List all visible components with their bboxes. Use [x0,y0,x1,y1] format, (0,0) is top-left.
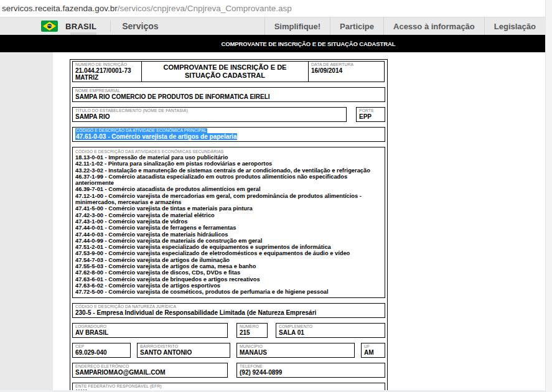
field-value: 230-5 - Empresa Individual de Responsabi… [75,309,382,316]
field-value: SALA 01 [279,329,382,336]
field-label: MUNICÍPIO [240,344,352,349]
field-value: 21.044.217/0001-73 [75,67,139,74]
field-label: ENDEREÇO ELETRÔNICO [75,364,225,369]
gov-links: Simplifique! Participe Acesso à informaç… [264,17,545,35]
banner-title: COMPROVANTE DE INSCRIÇÃO E DE SITUAÇÃO C… [0,40,545,47]
field-label: NÚMERO DE INSCRIÇÃO [75,62,139,67]
activity-line: 47.51-2-01 - Comércio varejista especial… [75,244,382,250]
field-atividades-secundarias: CÓDIGO E DESCRIÇÃO DAS ATIVIDADES ECONÔM… [72,147,385,298]
field-cep: CEP 69.029-040 [72,343,131,358]
page-banner: COMPROVANTE DE INSCRIÇÃO E DE SITUAÇÃO C… [0,35,545,52]
left-gray-margin [0,52,53,392]
field-value: (92) 9244-0899 [240,369,382,376]
activity-line: 43.22-3-02 - Instalação e manutenção de … [75,167,382,174]
activity-line: 47.42-3-00 - Comércio varejista de mater… [75,212,382,218]
field-nome-empresarial: NOME EMPRESARIAL SAMPA RIO COMERCIO DE P… [72,87,385,102]
field-value: SAMPA RIO COMERCIO DE PRODUTOS DE INFORM… [75,93,382,100]
field-value: 16/09/2014 [311,67,381,74]
endereco-row: LOGRADOURO AV BRASIL NÚMERO 215 COMPLEME… [72,323,385,338]
activity-line: 47.63-6-01 - Comércio varejista de brinq… [75,276,382,282]
gov-divider [110,21,111,32]
comprovante-document: NÚMERO DE INSCRIÇÃO 21.044.217/0001-73 M… [70,59,388,392]
field-porte: PORTE EPP [356,107,385,122]
field-label: TÍTULO DO ESTABELECIMENTO (NOME DE FANTA… [75,108,344,113]
activities-list: 18.13-0-01 - Impressão de material para … [75,154,382,296]
activity-line: 47.44-0-01 - Comércio varejista de ferra… [75,225,382,231]
field-label: LOGRADOURO [75,324,225,329]
field-uf: UF AM [361,343,385,358]
field-email: ENDEREÇO ELETRÔNICO SAMPARIOMAO@GMAIL.CO… [72,363,228,378]
page: servicos.receita.fazenda.gov.br/servicos… [0,0,552,392]
vertical-scrollbar[interactable] [545,0,552,392]
field-label: NOME EMPRESARIAL [75,88,382,93]
field-label: CEP [75,344,128,349]
field-atividade-principal: CÓDIGO E DESCRIÇÃO DA ATIVIDADE ECONÔMIC… [72,127,385,142]
cep-row: CEP 69.029-040 BAIRRO/DISTRITO SANTO ANT… [72,343,385,358]
field-numero: NÚMERO 215 [236,323,268,338]
field-telefone: TELEFONE (92) 9244-0899 [236,363,385,378]
fantasia-porte-row: TÍTULO DO ESTABELECIMENTO (NOME DE FANTA… [72,107,385,122]
header-row: NÚMERO DE INSCRIÇÃO 21.044.217/0001-73 M… [72,61,385,82]
field-label: PORTE [359,108,382,113]
field-value: 215 [240,329,264,336]
field-value: SAMPA RIO [75,113,344,120]
field-extra: MATRIZ [75,74,139,81]
selected-value: 47.61-0-03 - Comércio varejista de artig… [75,133,237,140]
activity-line: 47.55-5-03 - Comércio varejista de artig… [75,263,382,269]
link-acesso-informacao[interactable]: Acesso à informação [383,17,484,35]
activity-line: 46.37-1-99 - Comércio atacadista especia… [75,174,382,187]
link-participe[interactable]: Participe [330,17,383,35]
activity-line: 47.44-0-03 - Comércio varejista de mater… [75,231,382,238]
natureza-juridica-row: CÓDIGO E DESCRIÇÃO DA NATUREZA JURÍDICA … [72,303,385,318]
field-value: AV BRASIL [75,329,225,336]
brand-label[interactable]: BRASIL [65,22,96,31]
field-data-abertura: DATA DE ABERTURA 16/09/2014 [308,61,385,82]
activity-line: 42.11-1-02 - Pintura para sinalização em… [75,161,382,167]
document-title: COMPROVANTE DE INSCRIÇÃO E DE SITUAÇÃO C… [148,63,302,80]
activity-line: 46.39-7-01 - Comércio atacadista de prod… [75,186,382,192]
field-value: 69.029-040 [75,349,128,356]
browser-address-bar[interactable]: servicos.receita.fazenda.gov.br/servicos… [0,0,552,17]
field-nome-fantasia: TÍTULO DO ESTABELECIMENTO (NOME DE FANTA… [72,107,347,122]
field-value: EPP [359,113,382,120]
field-value: SAMPARIOMAO@GMAIL.COM [75,369,225,376]
activity-line: 47.41-5-00 - Comércio varejista de tinta… [75,205,382,212]
atividades-secundarias-row: CÓDIGO E DESCRIÇÃO DAS ATIVIDADES ECONÔM… [72,147,385,298]
field-label: UF [364,344,382,349]
activity-line: 47.43-1-00 - Comércio varejista de vidro… [75,218,382,225]
activity-line: 47.54-7-03 - Comércio varejista de artig… [75,257,382,263]
field-value: AM [364,349,382,356]
field-value: SANTO ANTONIO [140,349,227,356]
activity-line: 47.44-0-99 - Comércio varejista de mater… [75,238,382,244]
field-municipio: MUNICÍPIO MANAUS [236,343,355,358]
activity-line: 47.63-6-02 - Comércio varejista de artig… [75,282,382,289]
field-numero-inscricao: NÚMERO DE INSCRIÇÃO 21.044.217/0001-73 M… [72,61,142,82]
field-label: ENTE FEDERATIVO RESPONSÁVEL (EFR) [75,384,382,389]
link-legislacao[interactable]: Legislação [484,17,545,35]
field-label: COMPLEMENTO [279,324,382,329]
activity-line: 47.53-9-00 - Comércio varejista especial… [75,250,382,256]
field-complemento: COMPLEMENTO SALA 01 [276,323,385,338]
field-logradouro: LOGRADOURO AV BRASIL [72,323,228,338]
field-natureza-juridica: CÓDIGO E DESCRIÇÃO DA NATUREZA JURÍDICA … [72,303,385,318]
document-title-cell: COMPROVANTE DE INSCRIÇÃO E DE SITUAÇÃO C… [142,61,308,82]
activity-line: 47.62-8-00 - Comércio varejista de disco… [75,269,382,276]
field-value: MANAUS [240,349,352,356]
activity-line: 18.13-0-01 - Impressão de material para … [75,154,382,161]
brazil-flag-icon [41,21,58,32]
selected-label: CÓDIGO E DESCRIÇÃO DA ATIVIDADE ECONÔMIC… [75,128,207,133]
link-simplifique[interactable]: Simplifique! [264,17,330,35]
field-bairro: BAIRRO/DISTRITO SANTO ANTONIO [137,343,230,358]
field-label: NÚMERO [240,324,264,329]
url-path: /servicos/cnpjreva/Cnpjreva_Comprovante.… [118,4,292,13]
field-label: DATA DE ABERTURA [311,62,381,67]
field-label: CÓDIGO E DESCRIÇÃO DAS ATIVIDADES ECONÔM… [75,149,382,154]
services-label[interactable]: Serviços [122,21,158,31]
url-host: servicos.receita.fazenda.gov.br [2,4,118,13]
nome-empresarial-row: NOME EMPRESARIAL SAMPA RIO COMERCIO DE P… [72,87,385,102]
field-label: TELEFONE [240,364,382,369]
activity-line: 47.12-1-00 - Comércio varejista de merca… [75,193,382,206]
field-label: BAIRRO/DISTRITO [140,344,227,349]
contato-row: ENDEREÇO ELETRÔNICO SAMPARIOMAO@GMAIL.CO… [72,363,385,378]
field-label: CÓDIGO E DESCRIÇÃO DA NATUREZA JURÍDICA [75,304,382,309]
